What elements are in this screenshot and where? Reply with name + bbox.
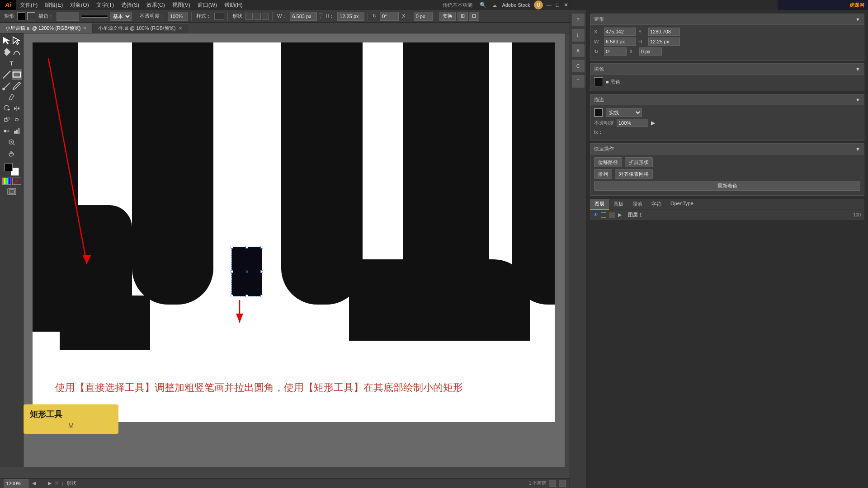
hand-tool[interactable] bbox=[2, 148, 22, 159]
fg-color[interactable] bbox=[5, 163, 13, 171]
opacity-expand[interactable]: ▶ bbox=[651, 120, 655, 126]
w-value-input[interactable] bbox=[604, 38, 636, 46]
tab-2[interactable]: 小星源文件.ai @ 100% (RGB/预览) ✕ bbox=[93, 23, 188, 33]
eraser-tool[interactable] bbox=[2, 92, 22, 103]
opacity-panel-input[interactable] bbox=[617, 119, 648, 127]
page-prev-btn[interactable]: ◀ bbox=[32, 480, 36, 486]
menu-text[interactable]: 文字(T) bbox=[93, 0, 118, 10]
sel-handle-ml[interactable] bbox=[231, 270, 233, 273]
shape-option3[interactable] bbox=[262, 13, 269, 20]
layer-expand-icon[interactable]: ▶ bbox=[618, 212, 625, 218]
arrange-btn[interactable]: 排列 bbox=[594, 169, 612, 179]
artboards-tab[interactable]: 画板 bbox=[609, 199, 628, 210]
link-icon[interactable] bbox=[319, 14, 322, 19]
sel-handle-tr[interactable] bbox=[260, 246, 263, 249]
stroke-style-dropdown[interactable]: 实线 bbox=[606, 108, 642, 117]
rect-tool[interactable] bbox=[12, 69, 22, 80]
type-tool[interactable]: T bbox=[2, 58, 22, 69]
minimize-btn[interactable]: — bbox=[545, 2, 553, 8]
sel-handle-tl[interactable] bbox=[231, 246, 233, 249]
share-btn[interactable]: Adobe Stock bbox=[500, 2, 532, 8]
zoom-input[interactable] bbox=[4, 479, 28, 488]
shape-option1[interactable] bbox=[245, 13, 253, 20]
fill-section-expand[interactable]: ▼ bbox=[855, 66, 860, 72]
align-pixel-btn[interactable]: 对齐像素网格 bbox=[615, 169, 653, 179]
stroke-color-box[interactable] bbox=[27, 12, 35, 20]
opacity-input[interactable] bbox=[168, 12, 188, 21]
fill-color-box[interactable] bbox=[17, 12, 25, 20]
page-next-btn[interactable]: ▶ bbox=[48, 480, 52, 486]
layer-lock-icon[interactable] bbox=[601, 212, 606, 218]
zoom-tool[interactable] bbox=[2, 137, 22, 148]
screen-mode-btn[interactable] bbox=[7, 188, 16, 197]
menu-file[interactable]: 文件(F) bbox=[16, 0, 41, 10]
close-btn[interactable]: ✕ bbox=[562, 2, 570, 8]
stroke-style-select[interactable]: 基本 bbox=[110, 12, 132, 21]
sel-handle-tm[interactable] bbox=[245, 246, 248, 249]
x-value-input[interactable] bbox=[604, 28, 636, 36]
rectangle-section-expand[interactable]: ▼ bbox=[855, 17, 860, 22]
pencil-tool[interactable] bbox=[12, 80, 22, 91]
rectangle-section-header[interactable]: 矩形 ▼ bbox=[590, 14, 864, 25]
shape-option2[interactable] bbox=[254, 13, 261, 20]
maximize-btn[interactable]: □ bbox=[555, 2, 561, 8]
transform-btn[interactable]: 变换 bbox=[439, 12, 456, 21]
layers-panel-icon[interactable]: L bbox=[572, 29, 585, 42]
x-input[interactable] bbox=[414, 12, 433, 21]
selection-tool[interactable] bbox=[2, 35, 12, 46]
line-tool[interactable] bbox=[2, 69, 12, 80]
pen-tool[interactable] bbox=[2, 47, 12, 57]
style-preview[interactable] bbox=[214, 13, 224, 20]
expand-shape-btn[interactable]: 扩展形状 bbox=[625, 157, 653, 167]
quick-ops-header[interactable]: 快速操作 ▼ bbox=[590, 144, 864, 155]
reflect-tool[interactable] bbox=[12, 103, 22, 114]
layers-toggle-btn[interactable] bbox=[549, 480, 556, 487]
align-btn[interactable]: ⊞ bbox=[458, 12, 468, 21]
color-panel-icon[interactable]: C bbox=[572, 60, 585, 72]
opentype-tab[interactable]: OpenType bbox=[666, 199, 698, 210]
stroke-section-expand[interactable]: ▼ bbox=[855, 97, 860, 103]
column-chart-tool[interactable] bbox=[12, 126, 22, 136]
menu-edit[interactable]: 编辑(E) bbox=[41, 0, 66, 10]
align-panel-icon[interactable]: A bbox=[572, 44, 585, 57]
x2-value-input[interactable] bbox=[639, 47, 662, 56]
width-input[interactable]: 6.583 px bbox=[290, 12, 317, 21]
stroke-section-header[interactable]: 描边 ▼ bbox=[590, 94, 864, 105]
character-tab[interactable]: 字符 bbox=[647, 199, 666, 210]
menu-object[interactable]: 对象(O) bbox=[66, 0, 92, 10]
fill-color-swatch[interactable] bbox=[594, 77, 603, 86]
y-value-input[interactable] bbox=[648, 28, 680, 36]
rotate-input[interactable] bbox=[380, 12, 399, 21]
quick-ops-expand[interactable]: ▼ bbox=[855, 146, 860, 152]
none-color-btn[interactable] bbox=[12, 178, 21, 185]
layers-tab[interactable]: 图层 bbox=[590, 199, 609, 210]
stroke-swatch[interactable] bbox=[594, 108, 603, 117]
info-btn[interactable] bbox=[559, 480, 566, 487]
menu-select[interactable]: 选择(S) bbox=[118, 0, 143, 10]
menu-view[interactable]: 视图(V) bbox=[169, 0, 194, 10]
pathfinder-btn[interactable]: ⊟ bbox=[469, 12, 479, 21]
blend-tool[interactable] bbox=[2, 126, 12, 136]
curvature-tool[interactable] bbox=[12, 47, 22, 57]
menu-effect[interactable]: 效果(C) bbox=[143, 0, 169, 10]
selected-small-rect[interactable] bbox=[231, 247, 262, 296]
direct-selection-tool[interactable] bbox=[12, 35, 22, 46]
search-btn[interactable]: 🔍 bbox=[477, 2, 489, 8]
color-mode-btn[interactable] bbox=[2, 178, 11, 185]
rotate-value-input[interactable] bbox=[604, 47, 627, 56]
tab-2-close[interactable]: ✕ bbox=[179, 26, 182, 31]
menu-help[interactable]: 帮助(H) bbox=[221, 0, 246, 10]
layer-visibility-icon[interactable]: 👁 bbox=[594, 212, 598, 217]
offset-path-btn[interactable]: 位移路径 bbox=[594, 157, 622, 167]
paragraph-tab[interactable]: 段落 bbox=[628, 199, 647, 210]
sel-handle-mr[interactable] bbox=[260, 270, 263, 273]
scale-tool[interactable] bbox=[2, 114, 12, 125]
fill-section-header[interactable]: 填色 ▼ bbox=[590, 64, 864, 75]
user-avatar[interactable]: U bbox=[534, 0, 543, 9]
menu-window[interactable]: 窗口(W) bbox=[194, 0, 221, 10]
properties-icon[interactable]: P bbox=[572, 14, 585, 26]
sel-handle-bl[interactable] bbox=[231, 295, 233, 297]
tab-1[interactable]: 小星讲稿.ai @ 1200% (RGB/预览) ✕ bbox=[0, 23, 93, 33]
transform-panel-icon[interactable]: T bbox=[572, 75, 585, 88]
rotate-tool[interactable] bbox=[2, 103, 12, 114]
